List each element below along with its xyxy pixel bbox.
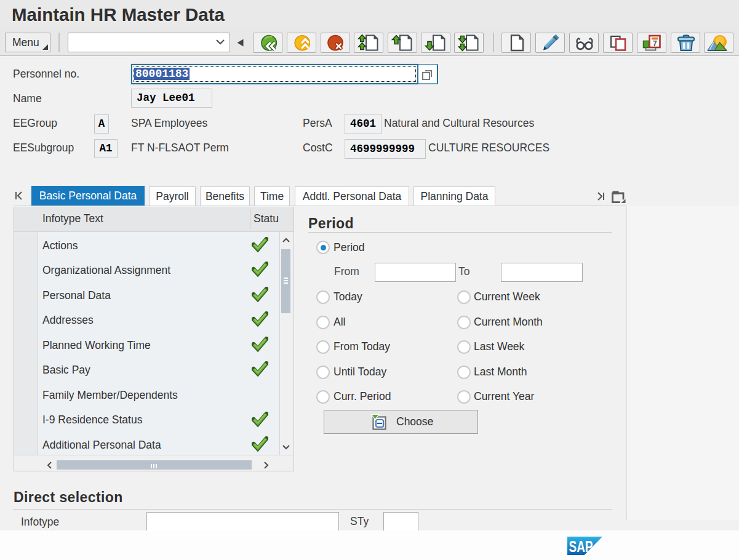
svg-text:SAP: SAP [569, 537, 593, 556]
svg-text:7: 7 [653, 39, 657, 48]
